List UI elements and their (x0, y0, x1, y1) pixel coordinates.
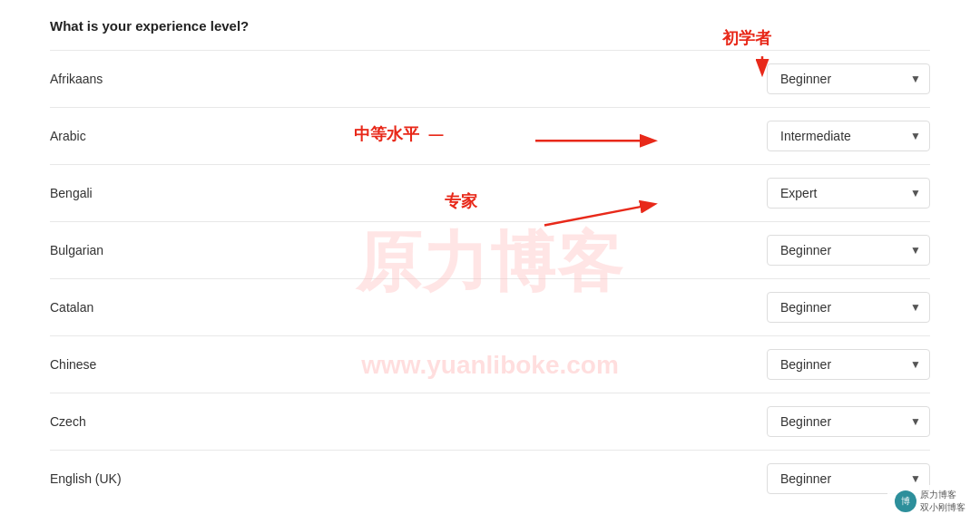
language-name: Bulgarian (50, 243, 103, 257)
level-select-container[interactable]: BeginnerIntermediateExpert▼ (767, 63, 930, 94)
level-select[interactable]: BeginnerIntermediateExpert (767, 292, 930, 323)
level-select[interactable]: BeginnerIntermediateExpert (767, 406, 930, 437)
table-row: AfrikaansBeginnerIntermediateExpert▼ (50, 50, 930, 107)
badge-sub: 双小刚博客 (920, 501, 965, 514)
language-name: Chinese (50, 357, 96, 372)
table-row: English (UK)BeginnerIntermediateExpert▼ (50, 450, 930, 507)
language-name: English (UK) (50, 471, 122, 486)
table-row: BengaliBeginnerIntermediateExpert▼ (50, 164, 930, 221)
table-row: BulgarianBeginnerIntermediateExpert▼ (50, 221, 930, 278)
table-row: ArabicBeginnerIntermediateExpert▼ (50, 107, 930, 164)
language-name: Czech (50, 414, 86, 429)
table-row: CzechBeginnerIntermediateExpert▼ (50, 393, 930, 450)
language-name: Arabic (50, 129, 86, 143)
level-select[interactable]: BeginnerIntermediateExpert (767, 349, 930, 380)
table-row: CatalanBeginnerIntermediateExpert▼ (50, 278, 930, 335)
language-list: AfrikaansBeginnerIntermediateExpert▼Arab… (50, 50, 930, 507)
level-select-container[interactable]: BeginnerIntermediateExpert▼ (767, 235, 930, 266)
watermark-url: www.yuanliboke.com (361, 351, 619, 380)
level-select-container[interactable]: BeginnerIntermediateExpert▼ (767, 121, 930, 151)
badge-name: 原力博客 (920, 489, 965, 501)
bottom-badge: 博 原力博客 双小刚博客 (887, 485, 973, 518)
level-select-container[interactable]: BeginnerIntermediateExpert▼ (767, 178, 930, 209)
badge-text-wrapper: 原力博客 双小刚博客 (920, 489, 965, 514)
question-label: What is your experience level? (50, 18, 930, 34)
level-select[interactable]: BeginnerIntermediateExpert (767, 178, 930, 209)
level-select[interactable]: BeginnerIntermediateExpert (767, 63, 930, 94)
level-select-container[interactable]: BeginnerIntermediateExpert▼ (767, 406, 930, 437)
language-name: Catalan (50, 300, 93, 315)
badge-icon: 博 (895, 490, 916, 512)
language-name: Afrikaans (50, 72, 103, 86)
level-select-container[interactable]: BeginnerIntermediateExpert▼ (767, 292, 930, 323)
language-name: Bengali (50, 186, 93, 200)
level-select[interactable]: BeginnerIntermediateExpert (767, 235, 930, 266)
level-select[interactable]: BeginnerIntermediateExpert (767, 121, 930, 151)
main-container: What is your experience level? Afrikaans… (0, 0, 980, 524)
level-select-container[interactable]: BeginnerIntermediateExpert▼ (767, 349, 930, 380)
